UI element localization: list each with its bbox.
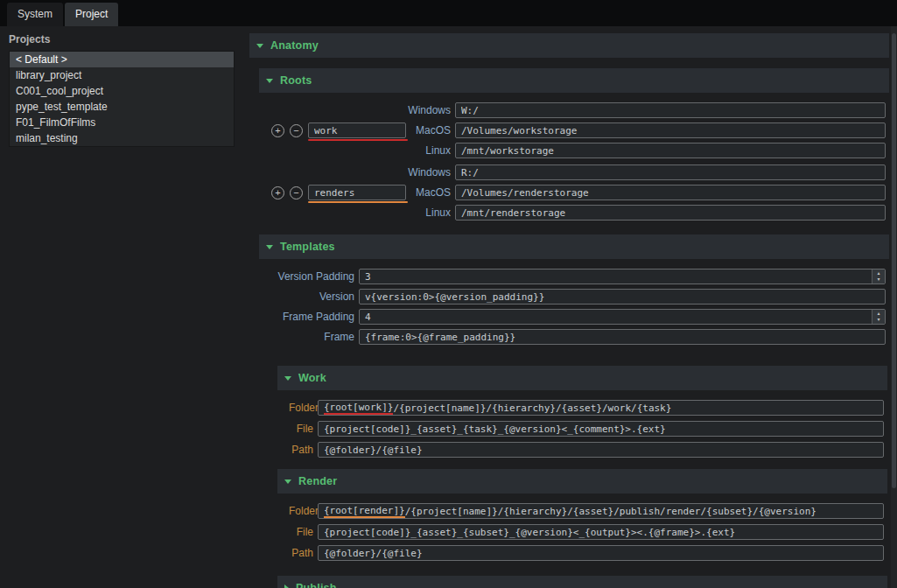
scrollbar-handle[interactable] <box>892 33 896 488</box>
tab-project[interactable]: Project <box>65 3 118 26</box>
section-anatomy-title: Anatomy <box>270 39 319 52</box>
top-tab-bar: System Project <box>0 0 897 26</box>
spinner-buttons[interactable]: ▴▾ <box>872 270 885 284</box>
frame-label: Frame <box>262 331 354 343</box>
root-work-windows-input[interactable] <box>455 102 886 118</box>
section-render-header[interactable]: Render <box>277 469 887 494</box>
section-work-header[interactable]: Work <box>277 366 887 390</box>
root-name-input-renders[interactable] <box>308 185 406 200</box>
tab-system[interactable]: System <box>7 3 63 26</box>
linux-label: Linux <box>403 144 451 157</box>
project-list-item[interactable]: C001_cool_project <box>10 83 234 99</box>
section-anatomy-header[interactable]: Anatomy <box>249 33 889 58</box>
collapse-arrow-icon <box>284 480 291 484</box>
section-publish-title: Publish <box>296 582 337 588</box>
collapse-arrow-icon <box>266 245 273 249</box>
frame-padding-input[interactable] <box>359 309 886 325</box>
root-entry-renders: Windows + − MacOS <box>271 164 887 221</box>
version-padding-label: Version Padding <box>262 270 354 283</box>
frame-padding-label: Frame Padding <box>262 311 354 323</box>
version-padding-input[interactable] <box>359 269 886 284</box>
frame-template-input[interactable] <box>359 329 886 345</box>
project-list-item[interactable]: pype_test_template <box>10 99 234 115</box>
windows-label: Windows <box>403 104 451 116</box>
collapse-arrow-icon <box>266 79 273 83</box>
render-folder-template-input[interactable]: {root[render]}/{project[name]}/{hierarch… <box>318 503 884 519</box>
work-path-label: Path <box>289 444 313 456</box>
project-list-item[interactable]: library_project <box>10 67 234 83</box>
annotation-underline-renders <box>308 201 408 203</box>
section-work-title: Work <box>298 372 326 384</box>
remove-root-button[interactable]: − <box>290 186 303 200</box>
render-file-label: File <box>289 526 313 538</box>
spinner-buttons[interactable]: ▴▾ <box>872 310 885 324</box>
expand-arrow-icon <box>284 584 289 588</box>
macos-label: MacOS <box>403 124 451 136</box>
render-folder-label: Folder <box>289 505 313 517</box>
section-roots-header[interactable]: Roots <box>259 68 889 93</box>
root-renders-windows-input[interactable] <box>455 164 886 180</box>
remove-root-button[interactable]: − <box>290 124 303 137</box>
projects-title: Projects <box>9 33 235 46</box>
render-file-template-input[interactable] <box>318 524 884 540</box>
work-path-template-input[interactable] <box>318 442 884 458</box>
project-list: < Default > library_project C001_cool_pr… <box>9 51 235 147</box>
root-work-macos-input[interactable] <box>455 122 886 138</box>
section-templates-header[interactable]: Templates <box>259 234 889 259</box>
section-templates-title: Templates <box>280 241 335 253</box>
collapse-arrow-icon <box>284 376 291 381</box>
section-render-title: Render <box>298 475 337 487</box>
add-root-button[interactable]: + <box>271 124 284 137</box>
section-roots-title: Roots <box>280 74 312 87</box>
version-template-input[interactable] <box>359 289 886 304</box>
annotation-underline-work <box>308 139 408 141</box>
work-folder-label: Folder <box>289 402 313 414</box>
collapse-arrow-icon <box>256 44 263 48</box>
project-list-item[interactable]: F01_FilmOfFilms <box>10 115 234 130</box>
version-label: Version <box>262 290 354 303</box>
render-path-label: Path <box>289 547 313 559</box>
render-path-template-input[interactable] <box>318 545 884 561</box>
root-renders-linux-input[interactable] <box>455 205 886 220</box>
work-folder-template-input[interactable]: {root[work]}/{project[name]}/{hierarchy}… <box>318 400 884 416</box>
work-file-label: File <box>289 423 313 435</box>
windows-label: Windows <box>403 166 451 178</box>
root-work-linux-input[interactable] <box>455 143 886 158</box>
project-list-item[interactable]: milan_testing <box>10 130 234 146</box>
root-renders-macos-input[interactable] <box>455 185 886 200</box>
work-file-template-input[interactable] <box>318 421 884 437</box>
linux-label: Linux <box>403 206 451 219</box>
root-name-input-work[interactable] <box>308 122 406 138</box>
add-root-button[interactable]: + <box>271 186 284 200</box>
macos-label: MacOS <box>403 186 451 199</box>
projects-sidebar: Projects < Default > library_project C00… <box>0 26 243 588</box>
settings-panel: Anatomy Roots Windows + <box>243 26 897 588</box>
vertical-scrollbar[interactable] <box>891 26 897 588</box>
project-list-item-default[interactable]: < Default > <box>10 52 234 67</box>
root-entry-work: Windows + − MacOS <box>271 102 887 159</box>
section-publish-header[interactable]: Publish <box>277 576 887 588</box>
